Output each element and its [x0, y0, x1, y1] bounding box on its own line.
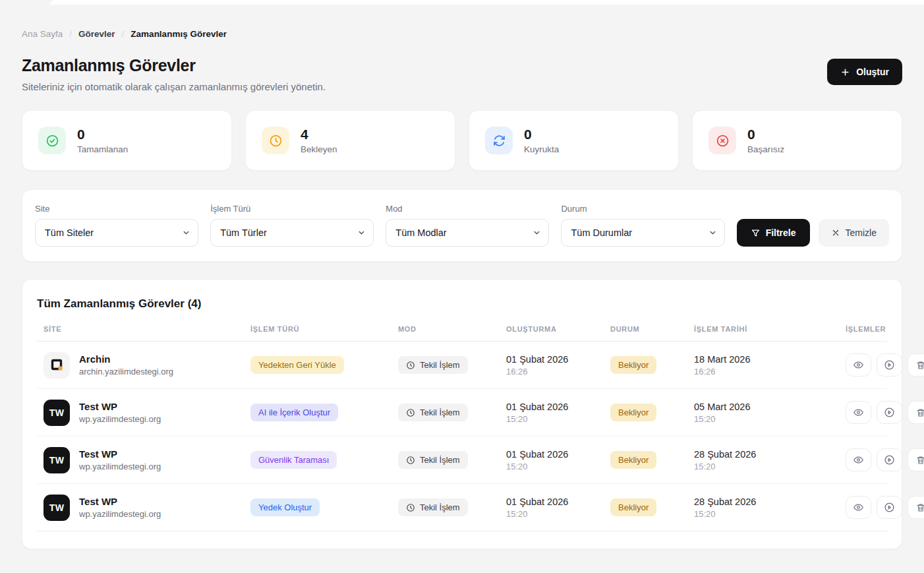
stat-text: 4 Bekleyen [301, 127, 337, 154]
filter-field-task-type: İşlem Türü Tüm Türler [210, 204, 374, 247]
run-button[interactable] [877, 401, 902, 424]
stat-value: 0 [77, 127, 128, 142]
view-button[interactable] [846, 401, 871, 424]
plus-icon [840, 67, 850, 77]
site-domain: archin.yazilimdestegi.org [79, 367, 173, 377]
filter-bar: Site Tüm Siteler İşlem Türü Tüm Türler M… [22, 189, 902, 262]
play-circle-icon [884, 502, 895, 513]
mode-cell: Tekil İşlem [398, 356, 506, 374]
mode-pill: Tekil İşlem [398, 498, 468, 516]
column-header-status: DURUM [610, 325, 694, 333]
table-title: Tüm Zamanlanmış Görevler (4) [37, 280, 887, 325]
filter-label: Mod [386, 204, 549, 214]
stat-card-failed: 0 Başarısız [692, 110, 902, 171]
stat-text: 0 Başarısız [747, 127, 784, 154]
play-circle-icon [884, 407, 895, 418]
column-header-task-type: İŞLEM TÜRÜ [250, 325, 398, 333]
run-button[interactable] [877, 353, 902, 377]
delete-button[interactable] [908, 496, 924, 519]
breadcrumb-tasks[interactable]: Görevler [78, 29, 115, 39]
status-badge: Bekliyor [610, 404, 656, 421]
filter-button-label: Filtrele [766, 227, 796, 238]
breadcrumb: Ana Sayfa / Görevler / Zamanlanmış Görev… [22, 29, 902, 39]
task-date: 05 Mart 2026 [694, 402, 846, 412]
column-header-task-date: İŞLEM TARİHİ [694, 325, 846, 333]
site-avatar: TW [43, 495, 70, 521]
stats-row: 0 Tamamlanan 4 Bekleyen 0 Kuyrukta [22, 110, 902, 171]
run-button[interactable] [877, 448, 902, 471]
column-header-created: OLUŞTURMA [506, 325, 610, 333]
created-cell: 01 Şubat 2026 15:20 [506, 497, 610, 519]
view-button[interactable] [846, 448, 871, 471]
status-cell: Bekliyor [610, 356, 694, 374]
content-top-edge [50, 0, 924, 5]
eye-icon [853, 454, 864, 466]
stat-text: 0 Kuyrukta [524, 127, 559, 154]
refresh-icon [485, 127, 513, 154]
task-type-badge: Yedek Oluştur [250, 498, 320, 516]
mode-label: Tekil İşlem [420, 360, 460, 370]
breadcrumb-current: Zamanlanmış Görevler [130, 29, 227, 39]
mode-select[interactable]: Tüm Modlar [386, 219, 549, 247]
column-header-actions: İŞLEMLER [846, 325, 895, 333]
delete-button[interactable] [908, 401, 924, 424]
task-date: 28 Şubat 2026 [694, 497, 846, 507]
play-circle-icon [884, 454, 895, 466]
clock-icon [406, 408, 415, 417]
clock-icon [262, 127, 289, 154]
site-text: Test WP wp.yazilimdestegi.org [79, 448, 161, 471]
filter-label: Durum [561, 204, 724, 214]
breadcrumb-separator: / [122, 29, 125, 39]
status-cell: Bekliyor [610, 451, 694, 469]
filter-field-status: Durum Tüm Durumlar [561, 204, 724, 247]
created-time: 15:20 [506, 462, 610, 471]
filter-button[interactable]: Filtrele [737, 219, 810, 247]
task-type-select[interactable]: Tüm Türler [210, 219, 374, 247]
tasks-table-card: Tüm Zamanlanmış Görevler (4) SİTE İŞLEM … [22, 279, 902, 549]
task-date-cell: 05 Mart 2026 15:20 [694, 402, 846, 424]
x-circle-icon [708, 127, 736, 154]
view-button[interactable] [846, 353, 871, 377]
task-type-badge: Güvenlik Taraması [250, 451, 337, 469]
task-time: 16:26 [694, 367, 846, 377]
task-date: 18 Mart 2026 [694, 354, 846, 365]
column-header-mode: MOD [398, 325, 506, 333]
site-domain: wp.yazilimdestegi.org [79, 509, 161, 519]
created-time: 15:20 [506, 509, 610, 519]
close-icon [831, 228, 840, 237]
mode-pill: Tekil İşlem [398, 356, 468, 374]
delete-button[interactable] [908, 353, 924, 377]
view-button[interactable] [846, 496, 871, 519]
task-type-cell: Güvenlik Taraması [250, 451, 398, 469]
created-date: 01 Şubat 2026 [506, 354, 610, 365]
page-subtitle: Siteleriniz için otomatik olarak çalışan… [22, 81, 326, 92]
trash-icon [915, 360, 924, 371]
stat-label: Başarısız [747, 144, 784, 154]
create-button[interactable]: Oluştur [827, 59, 902, 85]
trash-icon [915, 502, 924, 513]
site-cell: TW Test WP wp.yazilimdestegi.org [37, 495, 250, 521]
stat-card-completed: 0 Tamamlanan [22, 110, 232, 171]
site-name: Archin [79, 353, 173, 365]
mode-cell: Tekil İşlem [398, 498, 506, 516]
mode-pill: Tekil İşlem [398, 404, 468, 421]
clear-filters-button[interactable]: Temizle [819, 219, 889, 247]
delete-button[interactable] [908, 448, 924, 471]
status-cell: Bekliyor [610, 404, 694, 421]
clear-button-label: Temizle [846, 227, 877, 238]
site-text: Archin archin.yazilimdestegi.org [79, 353, 173, 377]
created-time: 16:26 [506, 367, 610, 377]
stat-value: 0 [524, 127, 559, 142]
stat-label: Tamamlanan [77, 144, 128, 154]
page-title: Zamanlanmış Görevler [22, 56, 326, 75]
created-date: 01 Şubat 2026 [506, 402, 610, 412]
breadcrumb-home[interactable]: Ana Sayfa [22, 29, 63, 39]
status-select[interactable]: Tüm Durumlar [561, 219, 724, 247]
site-select[interactable]: Tüm Siteler [35, 219, 198, 247]
site-text: Test WP wp.yazilimdestegi.org [79, 401, 161, 424]
site-avatar: TW [43, 447, 70, 473]
table-row: TW Test WP wp.yazilimdestegi.org Güvenli… [37, 437, 887, 484]
check-circle-icon [38, 127, 66, 154]
actions-cell [846, 401, 924, 424]
run-button[interactable] [877, 496, 902, 519]
